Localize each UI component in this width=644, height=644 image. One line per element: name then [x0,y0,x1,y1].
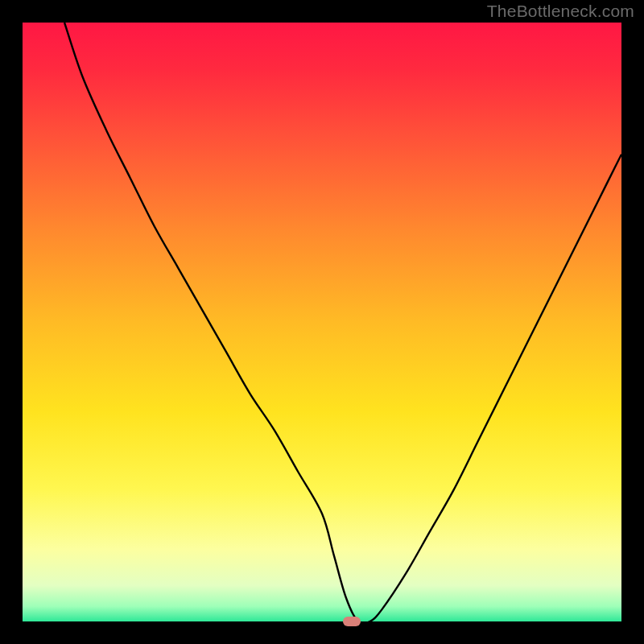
bottleneck-chart [23,23,621,621]
chart-frame: TheBottleneck.com [0,0,644,644]
optimum-marker [343,617,361,626]
gradient-background [23,23,621,621]
watermark-text: TheBottleneck.com [487,2,634,21]
